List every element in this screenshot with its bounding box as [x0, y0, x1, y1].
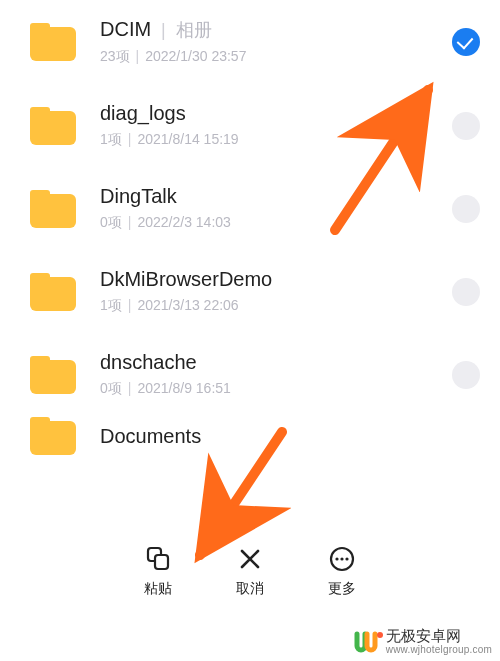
item-meta: 0项|2022/2/3 14:03 [100, 214, 452, 232]
svg-point-8 [377, 632, 383, 638]
separator: | [161, 20, 166, 41]
folder-icon [30, 190, 76, 228]
svg-rect-1 [155, 555, 168, 569]
item-info: Documents [100, 425, 480, 448]
item-meta: 0项|2021/8/9 16:51 [100, 380, 452, 398]
list-item[interactable]: DCIM | 相册 23项|2022/1/30 23:57 [0, 0, 500, 84]
item-meta: 1项|2021/8/14 15:19 [100, 131, 452, 149]
item-name: DCIM [100, 18, 151, 41]
file-list: DCIM | 相册 23项|2022/1/30 23:57 diag_logs … [0, 0, 500, 456]
list-item[interactable]: DingTalk 0项|2022/2/3 14:03 [0, 167, 500, 250]
checkbox[interactable] [452, 278, 480, 306]
paste-button[interactable]: 粘贴 [143, 544, 173, 598]
item-info: DCIM | 相册 23项|2022/1/30 23:57 [100, 18, 452, 66]
item-meta: 1项|2021/3/13 22:06 [100, 297, 452, 315]
item-info: DkMiBrowserDemo 1项|2021/3/13 22:06 [100, 268, 452, 315]
item-info: diag_logs 1项|2021/8/14 15:19 [100, 102, 452, 149]
bottom-toolbar: 粘贴 取消 更多 [0, 536, 500, 606]
folder-icon [30, 417, 76, 455]
item-info: DingTalk 0项|2022/2/3 14:03 [100, 185, 452, 232]
item-name: Documents [100, 425, 201, 448]
list-item[interactable]: dnschache 0项|2021/8/9 16:51 [0, 333, 500, 416]
checkbox[interactable] [452, 112, 480, 140]
item-name: DingTalk [100, 185, 177, 208]
item-name: diag_logs [100, 102, 186, 125]
svg-point-4 [340, 557, 343, 560]
item-name: dnschache [100, 351, 197, 374]
item-meta: 23项|2022/1/30 23:57 [100, 48, 452, 66]
list-item[interactable]: DkMiBrowserDemo 1项|2021/3/13 22:06 [0, 250, 500, 333]
folder-icon [30, 23, 76, 61]
checkbox[interactable] [452, 195, 480, 223]
watermark-logo-icon [354, 628, 380, 654]
folder-icon [30, 107, 76, 145]
paste-label: 粘贴 [144, 580, 172, 598]
item-name: DkMiBrowserDemo [100, 268, 272, 291]
item-info: dnschache 0项|2021/8/9 16:51 [100, 351, 452, 398]
more-button[interactable]: 更多 [327, 544, 357, 598]
folder-icon [30, 356, 76, 394]
watermark-url: www.wjhotelgroup.com [386, 644, 492, 655]
svg-point-5 [345, 557, 348, 560]
cancel-button[interactable]: 取消 [235, 544, 265, 598]
folder-icon [30, 273, 76, 311]
svg-point-3 [335, 557, 338, 560]
list-item[interactable]: Documents [0, 416, 500, 456]
list-item[interactable]: diag_logs 1项|2021/8/14 15:19 [0, 84, 500, 167]
more-icon [327, 544, 357, 574]
cancel-label: 取消 [236, 580, 264, 598]
item-badge: 相册 [176, 18, 212, 42]
paste-icon [143, 544, 173, 574]
close-icon [235, 544, 265, 574]
more-label: 更多 [328, 580, 356, 598]
watermark-name: 无极安卓网 [386, 628, 492, 645]
checkbox[interactable] [452, 361, 480, 389]
watermark: 无极安卓网 www.wjhotelgroup.com [346, 622, 500, 662]
checkbox-checked[interactable] [452, 28, 480, 56]
